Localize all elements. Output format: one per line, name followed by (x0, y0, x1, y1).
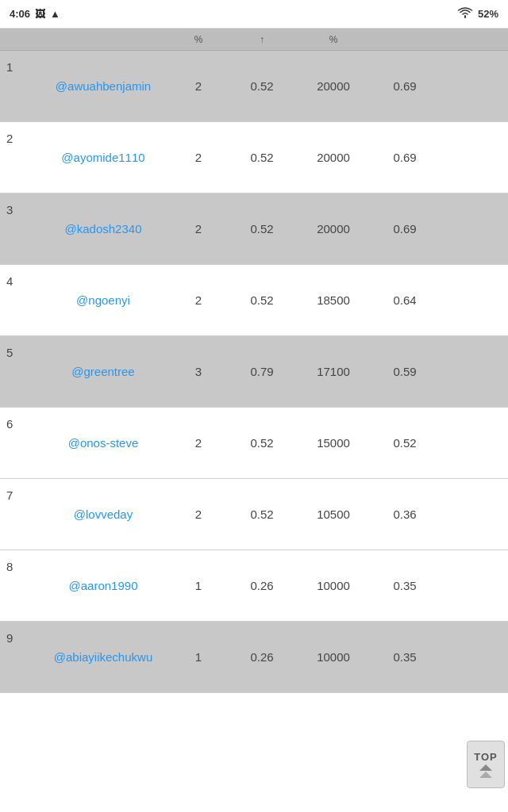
location-icon: ▲ (50, 8, 60, 20)
val-cell: 10500 (294, 508, 373, 521)
val-cell: 20000 (294, 222, 373, 236)
val-cell: 20000 (294, 151, 373, 164)
pct-cell: 0.52 (230, 508, 294, 521)
last-cell: 0.35 (373, 650, 437, 664)
rank-cell: 3 (0, 193, 40, 216)
val-cell: 10000 (294, 579, 373, 592)
num-cell: 2 (167, 79, 230, 93)
username-cell[interactable]: @greentree (40, 357, 167, 386)
last-cell: 0.52 (373, 436, 437, 450)
table-header: % ↑ % (0, 29, 508, 51)
username-cell[interactable]: @awuahbenjamin (40, 71, 167, 101)
pct-cell: 0.52 (230, 436, 294, 450)
username-cell[interactable]: @kadosh2340 (40, 214, 167, 243)
val-cell: 15000 (294, 436, 373, 450)
val-cell: 17100 (294, 365, 373, 378)
last-cell: 0.36 (373, 508, 437, 521)
table-row: 6 @onos-steve 2 0.52 15000 0.52 (0, 408, 508, 479)
pct-cell: 0.52 (230, 293, 294, 307)
time-display: 4:06 (10, 8, 30, 20)
status-time: 4:06 🖼 ▲ (10, 8, 60, 20)
wifi-icon (457, 7, 473, 21)
username-cell[interactable]: @aaron1990 (40, 571, 167, 600)
rank-cell: 7 (0, 479, 40, 502)
header-num: % (167, 34, 230, 45)
status-bar: 4:06 🖼 ▲ 52% (0, 0, 508, 29)
top-arrows (479, 764, 492, 778)
table-body: 1 @awuahbenjamin 2 0.52 20000 0.69 2 @ay… (0, 51, 508, 693)
rank-cell: 9 (0, 622, 40, 645)
rank-cell: 8 (0, 550, 40, 573)
table-row: 4 @ngoenyi 2 0.52 18500 0.64 (0, 265, 508, 336)
last-cell: 0.69 (373, 222, 437, 236)
num-cell: 2 (167, 436, 230, 450)
val-cell: 20000 (294, 79, 373, 93)
rank-cell: 1 (0, 51, 40, 74)
status-right: 52% (457, 7, 498, 21)
pct-cell: 0.52 (230, 79, 294, 93)
battery-display: 52% (478, 8, 498, 20)
last-cell: 0.35 (373, 579, 437, 592)
arrow-up2-icon (479, 772, 492, 778)
header-val: % (294, 34, 373, 45)
num-cell: 2 (167, 293, 230, 307)
rank-cell: 4 (0, 265, 40, 288)
val-cell: 10000 (294, 650, 373, 664)
table-row: 5 @greentree 3 0.79 17100 0.59 (0, 336, 508, 408)
num-cell: 1 (167, 579, 230, 592)
notification-icon: 🖼 (35, 8, 45, 20)
num-cell: 2 (167, 151, 230, 164)
num-cell: 2 (167, 222, 230, 236)
pct-cell: 0.52 (230, 151, 294, 164)
last-cell: 0.59 (373, 365, 437, 378)
top-button[interactable]: TOP (467, 741, 505, 788)
num-cell: 2 (167, 508, 230, 521)
header-pct: ↑ (230, 34, 294, 45)
pct-cell: 0.26 (230, 650, 294, 664)
pct-cell: 0.79 (230, 365, 294, 378)
table-row: 7 @lovveday 2 0.52 10500 0.36 (0, 479, 508, 550)
table-row: 2 @ayomide1110 2 0.52 20000 0.69 (0, 122, 508, 193)
val-cell: 18500 (294, 293, 373, 307)
username-cell[interactable]: @abiayiikechukwu (40, 642, 167, 672)
username-cell[interactable]: @onos-steve (40, 428, 167, 458)
num-cell: 1 (167, 650, 230, 664)
username-cell[interactable]: @ayomide1110 (40, 143, 167, 172)
last-cell: 0.69 (373, 79, 437, 93)
last-cell: 0.69 (373, 151, 437, 164)
table-row: 1 @awuahbenjamin 2 0.52 20000 0.69 (0, 51, 508, 122)
header-rank (0, 29, 40, 38)
top-label: TOP (474, 751, 498, 763)
rank-cell: 6 (0, 408, 40, 431)
table-row: 3 @kadosh2340 2 0.52 20000 0.69 (0, 193, 508, 265)
last-cell: 0.64 (373, 293, 437, 307)
rank-cell: 5 (0, 336, 40, 359)
arrow-up-icon (479, 764, 492, 771)
username-cell[interactable]: @lovveday (40, 500, 167, 529)
table-row: 8 @aaron1990 1 0.26 10000 0.35 (0, 550, 508, 622)
header-name (40, 32, 167, 48)
pct-cell: 0.26 (230, 579, 294, 592)
num-cell: 3 (167, 365, 230, 378)
rank-cell: 2 (0, 122, 40, 145)
pct-cell: 0.52 (230, 222, 294, 236)
table-row: 9 @abiayiikechukwu 1 0.26 10000 0.35 (0, 622, 508, 693)
username-cell[interactable]: @ngoenyi (40, 285, 167, 315)
